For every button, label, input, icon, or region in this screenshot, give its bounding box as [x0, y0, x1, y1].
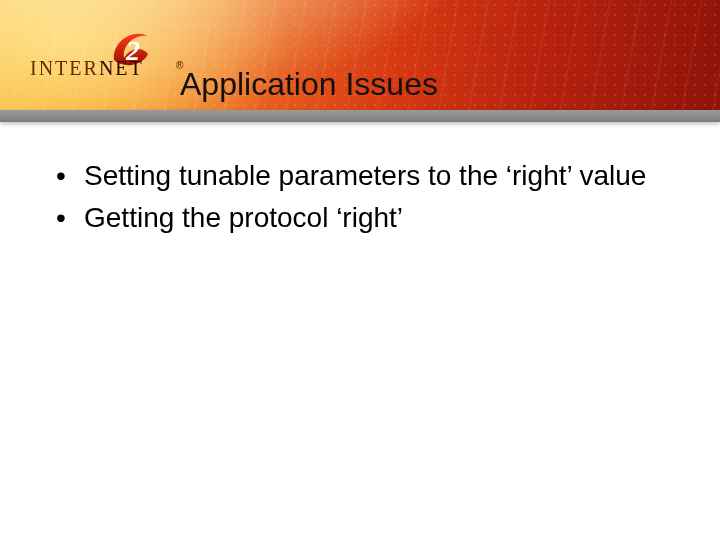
slide-title: Application Issues — [180, 66, 438, 103]
list-item: Setting tunable parameters to the ‘right… — [48, 158, 680, 194]
bullet-list: Setting tunable parameters to the ‘right… — [48, 158, 680, 236]
logo-wordmark: INTERNET — [30, 57, 144, 80]
slide-body: Setting tunable parameters to the ‘right… — [48, 158, 680, 242]
list-item: Getting the protocol ‘right’ — [48, 200, 680, 236]
logo-text-seg2: NET — [99, 57, 144, 79]
logo-text-seg1: INTER — [30, 57, 99, 79]
slide: 2 INTERNET ® Application Issues Setting … — [0, 0, 720, 540]
internet2-logo: 2 INTERNET ® — [30, 30, 170, 84]
header-divider — [0, 110, 720, 122]
